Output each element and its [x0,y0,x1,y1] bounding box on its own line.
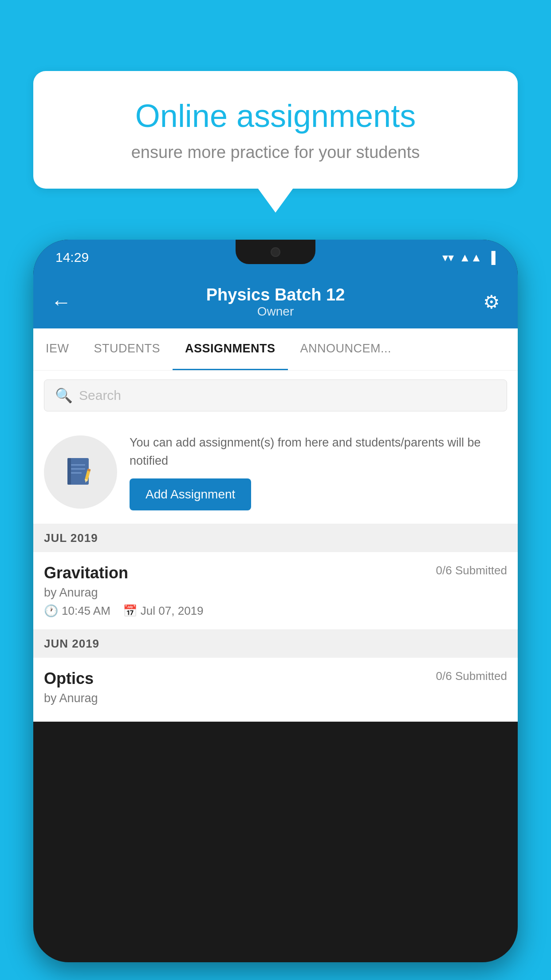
back-button[interactable]: ← [51,290,71,314]
promo-icon-circle [44,435,117,509]
phone-frame: 14:29 ▾▾ ▲▲ ▐ ← Physics Batch 12 Owner ⚙… [33,240,518,962]
speech-bubble: Online assignments ensure more practice … [33,71,518,189]
status-icons: ▾▾ ▲▲ ▐ [442,251,496,265]
search-bar-wrapper: 🔍 Search [33,371,518,420]
tab-students[interactable]: STUDENTS [82,328,173,370]
assignment-name-optics: Optics [44,669,94,688]
assignment-top-row-optics: Optics 0/6 Submitted [44,669,507,688]
assignment-top-row: Gravitation 0/6 Submitted [44,564,507,582]
status-time: 14:29 [55,250,89,265]
assignment-item-gravitation[interactable]: Gravitation 0/6 Submitted by Anurag 🕐 10… [33,552,518,630]
assignment-by: by Anurag [44,586,507,600]
settings-icon[interactable]: ⚙ [483,291,500,313]
assignment-by-optics: by Anurag [44,692,507,705]
assignment-name: Gravitation [44,564,128,582]
search-placeholder: Search [79,388,121,403]
tab-assignments[interactable]: ASSIGNMENTS [173,328,288,370]
svg-rect-2 [71,468,85,470]
tab-announcements[interactable]: ANNOUNCEM... [288,328,404,370]
clock-icon: 🕐 [44,604,58,618]
app-header: ← Physics Batch 12 Owner ⚙ [33,275,518,328]
svg-rect-4 [67,458,71,485]
header-subtitle: Owner [206,304,345,319]
header-title-block: Physics Batch 12 Owner [206,285,345,319]
status-bar: 14:29 ▾▾ ▲▲ ▐ [33,240,518,275]
speech-bubble-container: Online assignments ensure more practice … [33,71,518,189]
section-header-jun2019: JUN 2019 [33,630,518,658]
speech-bubble-arrow [258,188,293,213]
assignment-submitted: 0/6 Submitted [436,564,507,577]
phone-notch [236,240,315,264]
battery-icon: ▐ [488,251,496,265]
signal-icon: ▲▲ [459,251,482,265]
speech-bubble-subtitle: ensure more practice for your students [64,143,487,162]
calendar-icon: 📅 [123,604,137,618]
assignment-meta: 🕐 10:45 AM 📅 Jul 07, 2019 [44,604,507,618]
wifi-icon: ▾▾ [442,251,454,265]
assignment-item-optics[interactable]: Optics 0/6 Submitted by Anurag [33,658,518,722]
tab-iew[interactable]: IEW [33,328,82,370]
assignment-time: 🕐 10:45 AM [44,604,110,618]
promo-description: You can add assignment(s) from here and … [130,434,507,470]
front-camera [271,247,280,257]
tabs-bar: IEW STUDENTS ASSIGNMENTS ANNOUNCEM... [33,328,518,371]
assignment-submitted-optics: 0/6 Submitted [436,669,507,683]
add-assignment-button[interactable]: Add Assignment [130,478,251,510]
search-icon: 🔍 [55,387,73,404]
svg-rect-3 [71,472,82,474]
phone-content: 🔍 Search [33,371,518,722]
search-bar[interactable]: 🔍 Search [44,379,507,411]
speech-bubble-title: Online assignments [64,98,487,134]
notebook-svg-icon [63,454,98,490]
header-title: Physics Batch 12 [206,285,345,304]
promo-text-block: You can add assignment(s) from here and … [130,434,507,510]
assignment-date: 📅 Jul 07, 2019 [123,604,204,618]
svg-rect-1 [71,464,85,466]
add-assignment-promo: You can add assignment(s) from here and … [33,420,518,524]
section-header-jul2019: JUL 2019 [33,524,518,552]
